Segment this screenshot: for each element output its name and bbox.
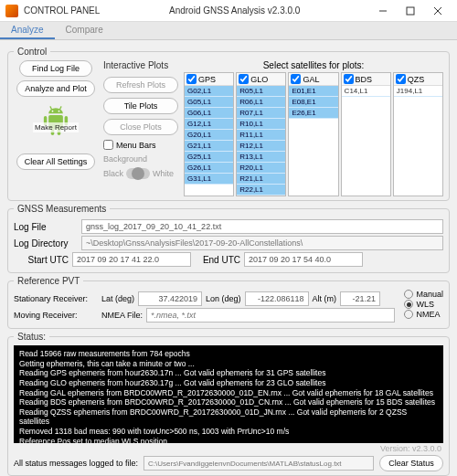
tab-compare[interactable]: Compare	[55, 22, 114, 39]
wls-label: WLS	[416, 300, 434, 309]
status-line: Reading GPS ephemeris from hour2630.17n …	[19, 368, 438, 378]
sat-col-glo: GLOR05,L1R06,L1R07,L1R10,L1R11,L1R12,L1R…	[236, 72, 286, 196]
sat-item[interactable]: R22,L1	[237, 185, 285, 196]
svg-line-10	[59, 106, 61, 110]
sat-header: Select satellites for plots:	[184, 60, 443, 70]
sat-item[interactable]: J194,L1	[394, 86, 442, 97]
refresh-plots-button[interactable]: Refresh Plots	[103, 77, 178, 93]
close-button[interactable]	[424, 2, 452, 20]
close-plots-button[interactable]: Close Plots	[103, 119, 178, 135]
sat-item[interactable]: R21,L1	[237, 174, 285, 185]
start-utc-label: Start UTC	[14, 255, 69, 265]
tabbar: Analyze Compare	[0, 22, 457, 40]
sat-col-label: GLO	[250, 75, 268, 84]
sat-item[interactable]: R20,L1	[237, 163, 285, 174]
svg-point-12	[58, 111, 60, 112]
minimize-button[interactable]	[369, 2, 397, 20]
status-line: Reading BDS ephemeris from BRDC00WRD_R_2…	[19, 397, 438, 407]
sat-item[interactable]: R11,L1	[237, 130, 285, 141]
sat-item[interactable]: G20,L1	[185, 130, 233, 141]
maximize-button[interactable]	[397, 2, 424, 20]
gnss-legend: GNSS Measurements	[14, 204, 110, 214]
nmea-file-label: NMEA File:	[101, 311, 143, 320]
sat-item[interactable]: G05,L1	[185, 97, 233, 108]
svg-line-9	[50, 106, 52, 110]
app-icon	[5, 5, 18, 17]
titlebar-center: Android GNSS Analysis v2.3.0.0	[100, 5, 369, 16]
version-label: Version:	[380, 444, 410, 453]
background-toggle[interactable]	[126, 168, 150, 179]
lon-label: Lon (deg)	[206, 294, 241, 303]
titlebar-left: CONTROL PANEL	[24, 5, 100, 16]
analyze-plot-button[interactable]: Analyze and Plot	[16, 80, 95, 97]
sat-item[interactable]: E08,E1	[289, 97, 337, 108]
tile-plots-button[interactable]: Tile Plots	[103, 98, 178, 114]
status-line: Reading GAL ephemeris from BRDC00WRD_R_2…	[19, 388, 438, 398]
sat-checkbox-bds[interactable]	[344, 74, 354, 84]
control-group: Control Find Log File Analyze and Plot M…	[7, 47, 450, 201]
end-utc-input[interactable]	[244, 252, 363, 267]
log-file-input[interactable]	[81, 219, 443, 234]
sat-item[interactable]: R12,L1	[237, 141, 285, 152]
lat-input[interactable]	[138, 291, 202, 306]
sat-item[interactable]: E01,E1	[289, 86, 337, 97]
sat-checkbox-gal[interactable]	[291, 74, 301, 84]
pvt-group: Reference PVT Stationary Receiver: Lat (…	[7, 276, 450, 329]
start-utc-input[interactable]	[72, 252, 191, 267]
status-line: Removed 1318 bad meas: 990 with towUnc>5…	[19, 427, 438, 437]
black-label: Black	[103, 169, 123, 178]
sat-col-gps: GPSG02,L1G05,L1G06,L1G12,L1G20,L1G21,L1G…	[184, 72, 234, 196]
nmea-label: NMEA	[416, 310, 440, 319]
sat-checkbox-gps[interactable]	[186, 74, 197, 84]
sat-item[interactable]: G21,L1	[185, 141, 233, 152]
sat-checkbox-glo[interactable]	[239, 74, 249, 84]
tab-analyze[interactable]: Analyze	[0, 22, 55, 39]
sat-item[interactable]: G31,L1	[185, 174, 233, 185]
sat-item[interactable]: G02,L1	[185, 86, 233, 97]
status-legend: Status:	[14, 332, 49, 342]
alt-input[interactable]	[340, 291, 380, 306]
status-log-path[interactable]	[143, 456, 374, 471]
sat-col-qzs: QZSJ194,L1	[393, 72, 443, 196]
lon-input[interactable]	[245, 291, 309, 306]
sat-checkbox-qzs[interactable]	[396, 74, 406, 84]
nmea-file-input[interactable]	[146, 308, 395, 323]
menu-bars-checkbox[interactable]	[103, 140, 113, 150]
svg-point-11	[52, 111, 54, 112]
sat-item[interactable]: G25,L1	[185, 152, 233, 163]
sat-item[interactable]: E26,E1	[289, 108, 337, 119]
stationary-label: Stationary Receiver:	[14, 294, 98, 303]
sat-item[interactable]: R07,L1	[237, 108, 285, 119]
sat-item[interactable]: R05,L1	[237, 86, 285, 97]
sat-item[interactable]: R13,L1	[237, 152, 285, 163]
nmea-radio[interactable]	[404, 310, 413, 319]
status-line: Reference Pos set to median WLS position	[19, 437, 438, 443]
sat-item[interactable]: R06,L1	[237, 97, 285, 108]
gnss-group: GNSS Measurements Log File Log Directory…	[7, 204, 450, 273]
clear-status-button[interactable]: Clear Status	[379, 455, 443, 471]
sat-item[interactable]: R10,L1	[237, 119, 285, 130]
sat-item[interactable]: C14,L1	[342, 86, 390, 97]
make-report-button[interactable]: Make Report	[37, 102, 75, 141]
sat-item[interactable]: G06,L1	[185, 108, 233, 119]
sat-item[interactable]: G26,L1	[185, 163, 233, 174]
pvt-legend: Reference PVT	[14, 276, 83, 286]
sat-item[interactable]: G12,L1	[185, 119, 233, 130]
background-label: Background	[103, 154, 178, 164]
menu-bars-label: Menu Bars	[116, 141, 156, 150]
white-label: White	[153, 169, 174, 178]
control-legend: Control	[14, 47, 50, 57]
sat-col-label: QZS	[408, 75, 425, 84]
sat-col-gal: GALE01,E1E08,E1E26,E1	[288, 72, 338, 196]
plots-label: Interactive Plots	[103, 60, 178, 70]
status-line: Reading QZSS ephemeris from BRDC00WRD_R_…	[19, 407, 438, 427]
manual-radio[interactable]	[404, 290, 413, 299]
status-log: Read 15966 raw measurements from 784 epo…	[14, 345, 443, 443]
manual-label: Manual	[416, 290, 443, 299]
status-line: Read 15966 raw measurements from 784 epo…	[19, 349, 438, 359]
log-dir-input[interactable]	[81, 236, 443, 250]
clear-all-button[interactable]: Clear All Settings	[16, 153, 96, 170]
version-value: v2.3.0.0	[412, 444, 441, 453]
find-log-button[interactable]: Find Log File	[19, 60, 92, 77]
wls-radio[interactable]	[404, 300, 413, 309]
